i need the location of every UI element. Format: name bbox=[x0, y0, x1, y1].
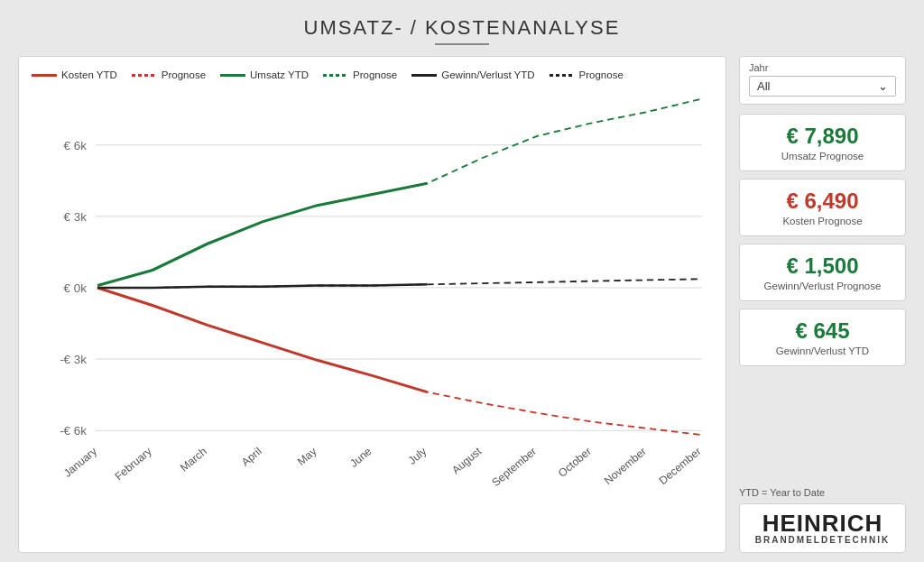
year-select-dropdown[interactable]: All ⌄ bbox=[749, 76, 896, 97]
umsatz-ytd-line bbox=[97, 183, 427, 285]
main-layout: Kosten YTD Prognose Umsatz YTD Prognose … bbox=[18, 56, 906, 553]
legend-line-kosten-ytd bbox=[32, 74, 57, 77]
kpi-card-kosten-prognose: € 6,490 Kosten Prognose bbox=[739, 179, 906, 236]
legend-label-kosten-ytd: Kosten YTD bbox=[61, 69, 117, 80]
legend-prognose-green: Prognose bbox=[323, 69, 397, 80]
svg-text:September: September bbox=[490, 445, 540, 489]
ytd-note: YTD = Year to Date bbox=[739, 487, 906, 498]
legend-prognose-red: Prognose bbox=[132, 69, 206, 80]
chart-panel: Kosten YTD Prognose Umsatz YTD Prognose … bbox=[18, 56, 726, 553]
kosten-ytd-line bbox=[97, 288, 427, 392]
brand-box: HEINRICH BRANDMELDETECHNIK bbox=[739, 503, 906, 553]
legend-kosten-ytd: Kosten YTD bbox=[32, 69, 117, 80]
legend-label-prognose-green: Prognose bbox=[353, 69, 397, 80]
svg-text:€ 0k: € 0k bbox=[64, 281, 88, 295]
umsatz-prognose-line bbox=[97, 99, 702, 286]
legend-line-prognose-black bbox=[550, 74, 575, 77]
svg-text:-€ 6k: -€ 6k bbox=[60, 424, 87, 438]
kpi-value-gewinn-prognose: € 1,500 bbox=[753, 253, 892, 279]
kpi-value-gewinn-ytd: € 645 bbox=[753, 318, 892, 344]
legend-label-prognose-red: Prognose bbox=[162, 69, 206, 80]
legend-line-prognose-red bbox=[132, 74, 157, 77]
chart-svg: € 6k € 3k € 0k -€ 3k -€ 6k January Febru… bbox=[32, 89, 713, 552]
legend-line-gewinn-ytd bbox=[411, 74, 437, 77]
year-selector: Jahr All ⌄ bbox=[739, 56, 906, 105]
svg-text:November: November bbox=[602, 445, 649, 487]
legend-line-prognose-green bbox=[323, 74, 348, 77]
kpi-label-kosten: Kosten Prognose bbox=[753, 216, 892, 226]
brand-sub: BRANDMELDETECHNIK bbox=[755, 535, 891, 545]
title-divider bbox=[435, 43, 489, 45]
footer-section: YTD = Year to Date HEINRICH BRANDMELDETE… bbox=[739, 484, 906, 553]
kpi-label-gewinn-prognose: Gewinn/Verlust Prognose bbox=[753, 281, 892, 291]
svg-text:March: March bbox=[178, 445, 209, 474]
page-title: UMSATZ- / KOSTENANALYSE bbox=[304, 16, 621, 40]
svg-text:€ 6k: € 6k bbox=[64, 139, 88, 152]
legend-prognose-black: Prognose bbox=[550, 69, 624, 80]
svg-text:October: October bbox=[556, 445, 594, 480]
legend-label-umsatz-ytd: Umsatz YTD bbox=[250, 69, 309, 80]
svg-text:€ 3k: € 3k bbox=[64, 210, 88, 224]
legend-gewinn-ytd: Gewinn/Verlust YTD bbox=[411, 69, 534, 80]
chevron-down-icon: ⌄ bbox=[878, 79, 888, 93]
kpi-label-umsatz: Umsatz Prognose bbox=[753, 151, 892, 161]
right-panel: Jahr All ⌄ € 7,890 Umsatz Prognose € 6,4… bbox=[739, 56, 906, 553]
legend-label-prognose-black: Prognose bbox=[579, 69, 624, 80]
legend-label-gewinn-ytd: Gewinn/Verlust YTD bbox=[441, 69, 534, 80]
kpi-card-gewinn-prognose: € 1,500 Gewinn/Verlust Prognose bbox=[739, 244, 906, 301]
legend-line-umsatz-ytd bbox=[220, 74, 245, 77]
kosten-prognose-line bbox=[97, 288, 702, 435]
chart-legend: Kosten YTD Prognose Umsatz YTD Prognose … bbox=[32, 69, 713, 80]
brand-name: HEINRICH bbox=[762, 511, 883, 535]
svg-text:February: February bbox=[113, 445, 155, 484]
svg-text:July: July bbox=[406, 445, 430, 467]
year-select-value: All bbox=[757, 79, 770, 93]
kpi-value-umsatz: € 7,890 bbox=[753, 124, 892, 149]
svg-text:April: April bbox=[239, 445, 264, 468]
svg-text:-€ 3k: -€ 3k bbox=[60, 353, 87, 366]
svg-text:May: May bbox=[295, 445, 319, 468]
kpi-card-umsatz-prognose: € 7,890 Umsatz Prognose bbox=[739, 114, 906, 171]
svg-text:June: June bbox=[347, 445, 374, 470]
legend-umsatz-ytd: Umsatz YTD bbox=[220, 69, 309, 80]
kpi-value-kosten: € 6,490 bbox=[753, 189, 892, 214]
svg-text:August: August bbox=[449, 445, 484, 476]
kpi-card-gewinn-ytd: € 645 Gewinn/Verlust YTD bbox=[739, 309, 906, 366]
year-label: Jahr bbox=[749, 62, 896, 73]
chart-area: € 6k € 3k € 0k -€ 3k -€ 6k January Febru… bbox=[32, 89, 713, 552]
kpi-label-gewinn-ytd: Gewinn/Verlust YTD bbox=[753, 345, 892, 356]
svg-text:December: December bbox=[657, 445, 704, 487]
svg-text:January: January bbox=[61, 445, 100, 480]
gewinn-prognose-line bbox=[97, 279, 702, 288]
